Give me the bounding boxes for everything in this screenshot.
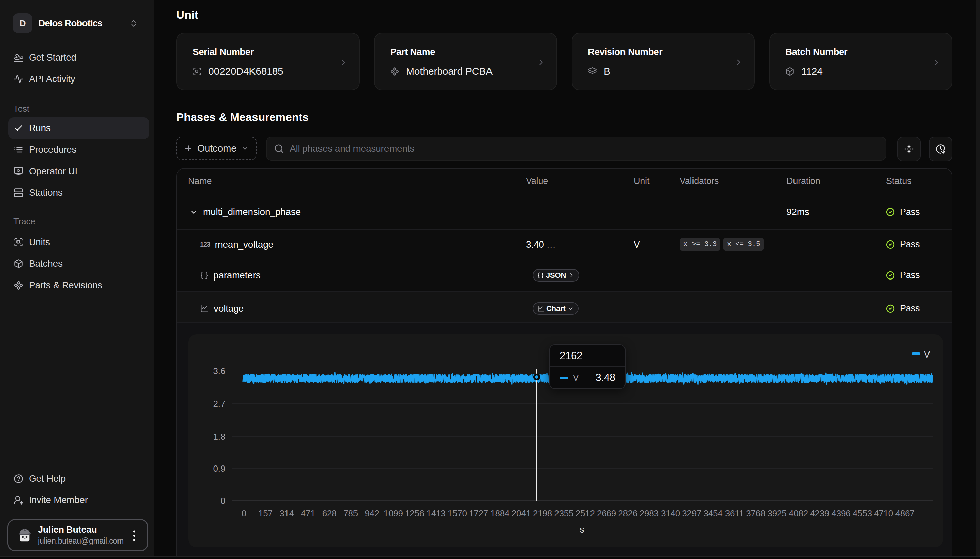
svg-text:2512: 2512 [576, 508, 595, 518]
svg-text:4553: 4553 [853, 508, 872, 518]
svg-text:314: 314 [279, 508, 294, 518]
svg-text:2198: 2198 [533, 508, 552, 518]
svg-text:2826: 2826 [618, 508, 637, 518]
svg-text:4710: 4710 [874, 508, 893, 518]
svg-text:2983: 2983 [640, 508, 659, 518]
svg-text:3611: 3611 [725, 508, 744, 518]
svg-text:0: 0 [242, 508, 246, 518]
svg-text:3297: 3297 [682, 508, 701, 518]
svg-text:785: 785 [343, 508, 358, 518]
svg-text:3140: 3140 [661, 508, 680, 518]
svg-text:942: 942 [365, 508, 380, 518]
svg-text:2041: 2041 [512, 508, 531, 518]
svg-text:3768: 3768 [746, 508, 765, 518]
svg-text:2669: 2669 [597, 508, 616, 518]
svg-text:1099: 1099 [384, 508, 403, 518]
svg-text:1884: 1884 [490, 508, 509, 518]
svg-text:0.9: 0.9 [213, 463, 225, 473]
svg-text:1727: 1727 [469, 508, 488, 518]
svg-text:471: 471 [301, 508, 315, 518]
svg-text:2355: 2355 [554, 508, 573, 518]
svg-text:4396: 4396 [831, 508, 851, 518]
svg-text:3.6: 3.6 [213, 366, 225, 376]
svg-text:3454: 3454 [703, 508, 723, 518]
svg-text:4082: 4082 [789, 508, 808, 518]
svg-text:4867: 4867 [895, 508, 914, 518]
svg-text:1256: 1256 [405, 508, 424, 518]
svg-text:628: 628 [322, 508, 337, 518]
svg-text:0: 0 [221, 496, 225, 506]
svg-text:2.7: 2.7 [213, 399, 225, 408]
svg-text:V: V [924, 349, 930, 360]
svg-text:4239: 4239 [810, 508, 829, 518]
svg-text:1570: 1570 [448, 508, 467, 518]
svg-text:3925: 3925 [767, 508, 786, 518]
svg-text:s: s [580, 525, 584, 535]
svg-text:157: 157 [258, 508, 273, 518]
svg-text:1413: 1413 [426, 508, 445, 518]
svg-text:1.8: 1.8 [213, 432, 225, 442]
